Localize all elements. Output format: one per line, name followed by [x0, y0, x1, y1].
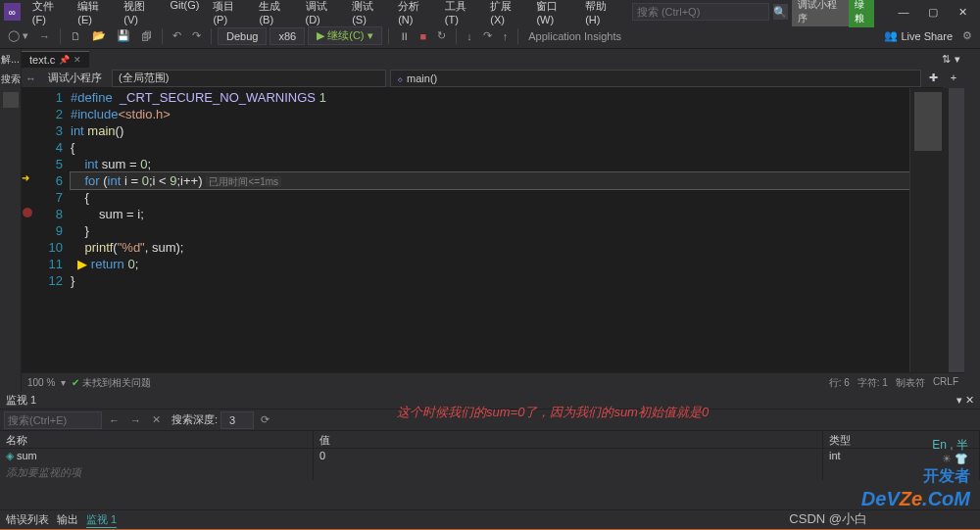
code-line[interactable]: int main()	[71, 122, 909, 139]
current-line-arrow-icon: ➜	[22, 172, 29, 183]
depth-combo[interactable]: 3	[220, 411, 254, 429]
search-icon[interactable]: 🔍	[773, 4, 788, 20]
pause-icon[interactable]: ⏸	[395, 28, 414, 44]
menu-window[interactable]: 窗口(W)	[530, 0, 577, 27]
save-all-icon[interactable]: 🗐	[137, 28, 156, 44]
watch-search-input[interactable]	[4, 411, 102, 429]
watch-var-name: sum	[17, 450, 37, 461]
nav-function-combo[interactable]: ⬦ main()	[390, 70, 921, 87]
tab-errors[interactable]: 错误列表	[6, 512, 49, 527]
watch-refresh-icon[interactable]: ⟳	[257, 411, 273, 428]
menu-edit[interactable]: 编辑(E)	[72, 0, 116, 27]
watch-row[interactable]: ◈sum 0 int	[0, 449, 980, 464]
restore-button[interactable]: ▢	[919, 2, 947, 22]
quick-search-input[interactable]	[632, 3, 769, 21]
code-content[interactable]: #define _CRT_SECURE_NO_WARNINGS 1#includ…	[71, 88, 909, 372]
menu-test[interactable]: 测试(S)	[346, 0, 390, 27]
nav-scope-combo[interactable]: (全局范围)	[112, 70, 386, 87]
tab-text-c[interactable]: text.c 📌 ✕	[22, 51, 89, 68]
menu-project[interactable]: 项目(P)	[207, 0, 251, 27]
code-line[interactable]: for (int i = 0;i < 9;i++)已用时间<=1ms	[71, 172, 909, 189]
watch-search-prev-icon[interactable]: ←	[105, 412, 123, 428]
watch-col-name[interactable]: 名称	[0, 431, 314, 448]
watch-search-next-icon[interactable]: →	[126, 412, 145, 428]
editor-status-bar: 100 % ▾ ✔未找到相关问题 行: 6 字符: 1 制表符 CRLF	[22, 372, 964, 392]
step-out-icon[interactable]: ↑	[499, 28, 513, 44]
nav-back-icon[interactable]: ◯ ▾	[4, 27, 32, 44]
menu-view[interactable]: 视图(V)	[118, 0, 162, 27]
pin-icon[interactable]: 📌	[59, 55, 70, 65]
code-line[interactable]: int sum = 0;	[71, 156, 909, 172]
stop-icon[interactable]: ■	[416, 28, 431, 44]
solution-explorer-tab[interactable]: 解...	[1, 53, 19, 67]
tab-watch[interactable]: 监视 1	[86, 512, 117, 528]
toolbar-overflow-icon[interactable]: ⚙	[958, 27, 976, 44]
code-line[interactable]: #define _CRT_SECURE_NO_WARNINGS 1	[71, 89, 909, 106]
code-line[interactable]: }	[71, 222, 909, 239]
minimap[interactable]	[909, 88, 949, 372]
menu-git[interactable]: Git(G)	[164, 0, 205, 27]
cursor-col: 字符: 1	[858, 376, 888, 390]
step-over-icon[interactable]: ↷	[479, 27, 496, 44]
new-file-icon[interactable]: 🗋	[67, 28, 85, 44]
vertical-scrollbar[interactable]	[949, 88, 964, 372]
new-tab-group-button[interactable]: +	[943, 69, 964, 88]
code-line[interactable]: ▶ return 0;	[71, 256, 909, 272]
live-share-button[interactable]: 👥 Live Share	[884, 29, 953, 42]
code-line[interactable]: }	[71, 272, 909, 289]
app-insights-combo[interactable]: Application Insights	[524, 28, 625, 44]
watch-col-value[interactable]: 值	[314, 431, 823, 448]
ime-indicator: En , 半	[932, 437, 968, 454]
preview-changes-icon[interactable]: ⇅	[942, 53, 951, 66]
user-badge[interactable]: 绿 粮	[849, 0, 874, 27]
zoom-level[interactable]: 100 %	[27, 377, 55, 388]
menu-tools[interactable]: 工具(T)	[439, 0, 483, 27]
watch-title-bar[interactable]: 监视 1 ▾✕	[0, 392, 980, 410]
line-ending[interactable]: CRLF	[933, 376, 958, 390]
menu-build[interactable]: 生成(B)	[253, 0, 297, 27]
restart-icon[interactable]: ↻	[433, 27, 450, 44]
menu-analyze[interactable]: 分析(N)	[392, 0, 437, 27]
panel-close-icon[interactable]: ✕	[965, 394, 974, 407]
nav-bar: ↔ 调试小程序 (全局范围) ⬦ main() ✚	[22, 69, 943, 88]
title-bar: ∞ 文件(F) 编辑(E) 视图(V) Git(G) 项目(P) 生成(B) 调…	[0, 0, 980, 24]
close-button[interactable]: ✕	[949, 2, 976, 22]
continue-button[interactable]: ▶ 继续(C) ▾	[308, 26, 381, 45]
breakpoint-icon[interactable]	[23, 208, 32, 217]
tab-close-icon[interactable]: ✕	[74, 55, 81, 65]
watch-add-row[interactable]: 添加要监视的项	[0, 464, 980, 480]
search-tab[interactable]: 搜索	[1, 72, 21, 86]
undo-icon[interactable]: ↶	[169, 27, 185, 44]
split-editor-icon[interactable]: ✚	[923, 72, 943, 84]
redo-icon[interactable]: ↷	[188, 27, 205, 44]
tab-output[interactable]: 输出	[57, 512, 78, 527]
menu-debug[interactable]: 调试(D)	[300, 0, 345, 27]
vs-logo-icon: ∞	[4, 3, 21, 21]
code-editor[interactable]: ➜ 123456789101112 #define _CRT_SECURE_NO…	[22, 88, 964, 372]
breakpoint-gutter[interactable]: ➜	[22, 88, 33, 372]
platform-combo[interactable]: x86	[270, 27, 305, 45]
open-icon[interactable]: 📂	[88, 27, 110, 44]
solution-dropdown-icon[interactable]: ▾	[955, 53, 960, 66]
menu-file[interactable]: 文件(F)	[26, 0, 71, 27]
code-line[interactable]: {	[71, 139, 909, 156]
code-line[interactable]: {	[71, 189, 909, 206]
panel-dropdown-icon[interactable]: ▾	[956, 394, 962, 407]
code-line[interactable]: #include<stdio.h>	[71, 106, 909, 122]
config-combo[interactable]: Debug	[218, 27, 267, 45]
nav-project[interactable]: 调试小程序	[40, 69, 110, 87]
nav-history-icon[interactable]: ↔	[22, 71, 40, 86]
menu-extensions[interactable]: 扩展(X)	[484, 0, 528, 27]
watch-add-placeholder[interactable]: 添加要监视的项	[0, 464, 314, 480]
csdn-watermark: CSDN @小白	[789, 510, 867, 528]
save-icon[interactable]: 💾	[113, 27, 134, 44]
nav-fwd-icon[interactable]: →	[35, 28, 54, 44]
toolbox-icon[interactable]	[3, 92, 19, 108]
menu-help[interactable]: 帮助(H)	[579, 0, 624, 27]
watch-clear-icon[interactable]: ⨯	[148, 411, 165, 428]
indent-mode[interactable]: 制表符	[896, 376, 925, 390]
minimize-button[interactable]: —	[890, 2, 917, 22]
code-line[interactable]: printf("%d", sum);	[71, 239, 909, 256]
code-line[interactable]: sum = i;	[71, 206, 909, 222]
step-into-icon[interactable]: ↓	[463, 28, 476, 44]
